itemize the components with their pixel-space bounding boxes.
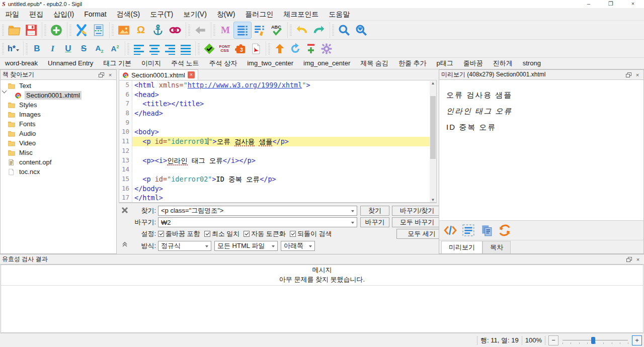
tab-close-icon[interactable]: × [188, 71, 195, 78]
add-remove-icon[interactable] [303, 41, 318, 56]
close-button[interactable]: × [622, 0, 644, 8]
metadata-editor-icon[interactable]: M [217, 22, 234, 38]
subscript-icon[interactable]: A2 [92, 41, 107, 56]
find-icon[interactable] [336, 22, 353, 38]
code-line-5[interactable]: 5<html xmlns="http://www.w3.org/1999/xht… [119, 80, 436, 90]
tab-section0001[interactable]: Section0001.xhtml × [119, 69, 198, 80]
menu-item-1[interactable]: 파일 [0, 8, 24, 20]
pdf-plugin-icon[interactable] [248, 41, 264, 56]
float-panel-icon[interactable] [624, 71, 632, 78]
code-line-6[interactable]: 6<head> [119, 90, 436, 100]
clip-button-2[interactable]: Unnamed Entry [43, 58, 98, 69]
menu-item-6[interactable]: 도구(T) [145, 8, 178, 20]
upload-icon[interactable] [272, 41, 287, 56]
redo-icon[interactable] [310, 22, 328, 38]
tree-item-styles[interactable]: Styles [1, 100, 116, 110]
copy-view-icon[interactable] [479, 223, 494, 237]
insert-image-icon[interactable] [115, 22, 132, 38]
scroll-up-icon[interactable]: ▲ [430, 81, 436, 85]
spellcheck-icon[interactable]: ABC [268, 22, 285, 38]
preview-tab-inactive[interactable]: 목차 [482, 241, 511, 253]
option-checkbox-2[interactable]: 최소 일치 [204, 229, 240, 238]
clip-button-5[interactable]: 주석 노트 [166, 58, 204, 69]
code-line-7[interactable]: 7 <title></title> [119, 99, 436, 109]
scope-select[interactable]: 모든 HTML 파일 [214, 241, 278, 251]
clip-button-14[interactable]: strong [518, 58, 546, 69]
code-line-13[interactable]: 13 <p><i>인라인 태그 오류</i></p> [119, 156, 436, 165]
scrollbar-thumb[interactable] [430, 96, 436, 159]
menu-item-11[interactable]: 도움말 [324, 8, 355, 20]
zoom-slider[interactable] [562, 335, 628, 345]
bold-icon[interactable]: B [29, 41, 45, 56]
undo-icon[interactable] [293, 22, 310, 38]
align-left-icon[interactable] [131, 41, 146, 56]
tree-item-misc[interactable]: Misc [1, 148, 116, 157]
code-line-17[interactable]: 17</html> [119, 193, 436, 203]
option-checkbox-3[interactable]: 자동 토큰화 [244, 229, 286, 238]
find-collapse-icon[interactable] [122, 241, 129, 248]
menu-item-10[interactable]: 체크포인트 [278, 8, 324, 20]
clip-button-6[interactable]: 주석 상자 [204, 58, 243, 69]
code-line-15[interactable]: 15 <p id="iderror02">ID 중복 오류</p> [119, 175, 436, 184]
well-formed-check-icon[interactable] [201, 41, 217, 56]
clip-button-10[interactable]: 한줄 추가 [393, 58, 432, 69]
special-character-icon[interactable]: Ω [132, 22, 149, 38]
clip-button-8[interactable]: img_one_center [298, 58, 355, 69]
checkbox-checked-icon[interactable] [244, 231, 250, 237]
option-checkbox-1[interactable]: 줄바꿈 포함 [158, 229, 200, 238]
clip-button-9[interactable]: 제목 숨김 [355, 58, 393, 69]
code-line-11[interactable]: 11 <p id="iderror01">오류 검사용 샘플</p> [119, 137, 436, 146]
superscript-icon[interactable]: A2 [107, 41, 123, 56]
tree-item-audio[interactable]: Audio [1, 129, 116, 138]
tree-item-section0001-xhtml[interactable]: Section0001.xhtml [1, 91, 116, 100]
menu-item-3[interactable]: 삽입(I) [48, 8, 79, 20]
font-css-icon[interactable]: FONTCSS [217, 41, 232, 56]
code-line-9[interactable]: 9 [119, 118, 436, 128]
align-right-icon[interactable] [162, 41, 178, 56]
clip-button-1[interactable]: word-break [0, 58, 43, 69]
find-input[interactable]: <p class="그림명조"> [158, 206, 357, 216]
menu-item-2[interactable]: 편집 [24, 8, 48, 20]
save-icon[interactable] [23, 22, 40, 38]
float-panel-icon[interactable] [97, 71, 105, 78]
preview-tab-active[interactable]: 미리보기 [441, 241, 482, 253]
option-checkbox-4[interactable]: 되돌이 검색 [290, 229, 332, 238]
new-section-icon[interactable] [48, 22, 65, 38]
tree-item-images[interactable]: Images [1, 110, 116, 119]
find-button[interactable]: 찾기 [360, 206, 389, 216]
menu-item-8[interactable]: 창(W) [212, 8, 240, 20]
plugin-3-icon[interactable]: 3 [232, 41, 248, 56]
mode-select[interactable]: 정규식 [158, 241, 211, 251]
code-line-16[interactable]: 16</body> [119, 184, 436, 194]
edit-toc-icon[interactable] [251, 22, 268, 38]
code-line-12[interactable]: 12 [119, 146, 436, 156]
underline-icon[interactable]: U [60, 41, 76, 56]
direction-select[interactable]: 아래쪽 [281, 241, 315, 251]
code-line-8[interactable]: 8</head> [119, 109, 436, 118]
clip-button-4[interactable]: 이미지 [136, 58, 166, 69]
tree-item-video[interactable]: Video [1, 138, 116, 148]
close-panel-icon[interactable]: × [634, 256, 642, 263]
menu-item-4[interactable]: Format [79, 8, 111, 20]
reload-icon[interactable] [287, 41, 303, 56]
tree-item-toc-ncx[interactable]: toc.ncx [1, 167, 116, 177]
scroll-down-icon[interactable]: ▼ [430, 198, 436, 202]
tree-item-fonts[interactable]: Fonts [1, 119, 116, 129]
refresh-preview-icon[interactable] [498, 223, 512, 237]
anchor-icon[interactable] [149, 22, 167, 38]
code-view-icon[interactable] [234, 22, 251, 38]
close-panel-icon[interactable]: × [633, 71, 641, 78]
strikethrough-icon[interactable]: S [76, 41, 92, 56]
tree-item-content-opf[interactable]: content.opf [1, 157, 116, 167]
zoom-out-button[interactable]: − [548, 335, 558, 345]
menu-item-7[interactable]: 보기(V) [178, 8, 212, 20]
close-panel-icon[interactable]: × [106, 71, 114, 78]
replace-input[interactable]: ₩2 [158, 217, 357, 227]
back-arrow-icon[interactable] [192, 22, 209, 38]
slider-handle[interactable] [591, 337, 595, 344]
cut-x-icon[interactable] [73, 22, 90, 38]
heading-select-icon[interactable]: h* [6, 41, 21, 56]
code-editor[interactable]: 5<html xmlns="http://www.w3.org/1999/xht… [119, 80, 437, 203]
code-line-14[interactable]: 14 [119, 165, 436, 175]
align-center-icon[interactable] [146, 41, 162, 56]
